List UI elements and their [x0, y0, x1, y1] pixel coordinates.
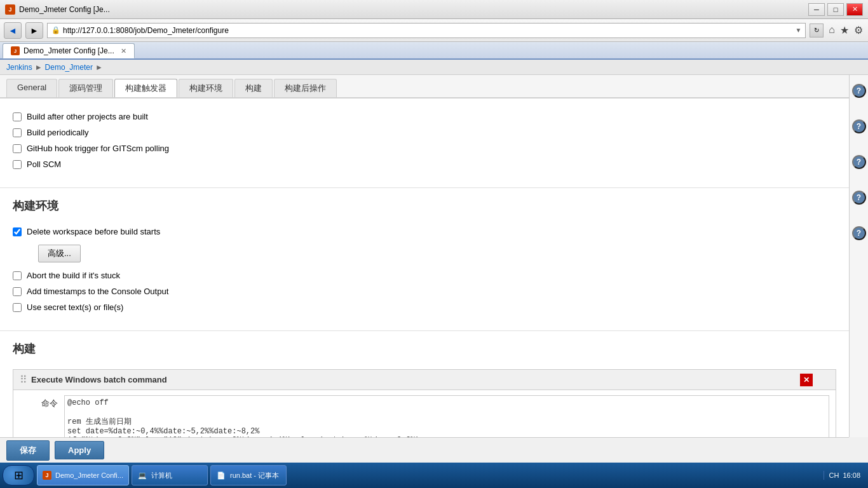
taskbar: ⊞ J Demo_Jmeter Confi... 💻 计算机 📄 run.bat… [0, 463, 868, 488]
trigger-checkbox-2[interactable] [13, 128, 22, 137]
close-button[interactable]: ✕ [846, 3, 863, 16]
env-checkbox-2[interactable] [13, 271, 22, 280]
taskbar-jenkins-icon: J [43, 471, 51, 480]
trigger-checkbox-4[interactable] [13, 160, 22, 169]
trigger-row-2: Build periodically [13, 125, 836, 140]
tab-build-trigger[interactable]: 构建触发器 [114, 79, 177, 97]
command-label: 命令 [20, 395, 58, 409]
help-sidebar: ? ? ? ? ? [849, 75, 868, 437]
build-env-header: 构建环境 [0, 187, 849, 220]
save-button[interactable]: 保存 [6, 440, 50, 461]
breadcrumb: Jenkins ► Demo_Jmeter ► [0, 60, 868, 75]
window-controls: ─ □ ✕ [808, 3, 863, 16]
env-row-3: Add timestamps to the Console Output [13, 283, 836, 299]
build-triggers-section: Build after other projects are built Bui… [0, 98, 849, 182]
home-icon[interactable]: ⌂ [827, 23, 836, 37]
command-area: 命令 [13, 390, 836, 437]
help-button-4[interactable]: ? [852, 191, 866, 205]
window-title: Demo_Jmeter Config [Je... [19, 5, 110, 14]
apply-button[interactable]: Apply [55, 441, 104, 459]
tab-post-build[interactable]: 构建后操作 [274, 79, 337, 97]
url-bar: 🔒 ▼ [47, 23, 806, 38]
taskbar-item-jenkins[interactable]: J Demo_Jmeter Confi... [37, 465, 129, 485]
forward-button[interactable]: ► [25, 22, 43, 39]
tab-favicon: J [11, 46, 20, 55]
tab-close-button[interactable]: ✕ [121, 47, 126, 55]
env-label-2: Abort the build if it's stuck [27, 271, 120, 280]
tab-label: Demo_Jmeter Config [Je... [24, 46, 114, 55]
env-label-1: Delete workspace before build starts [27, 227, 160, 236]
back-button[interactable]: ◄ [4, 22, 22, 39]
breadcrumb-sep-2: ► [95, 63, 103, 72]
trigger-label-2: Build periodically [27, 128, 89, 137]
env-checkbox-1[interactable] [13, 227, 22, 236]
command-textarea[interactable] [64, 395, 829, 437]
start-button[interactable]: ⊞ [3, 465, 34, 485]
tray-lang: CH [829, 471, 839, 479]
trigger-label-3: GitHub hook trigger for GITScm polling [27, 144, 169, 153]
window-favicon: J [5, 4, 15, 15]
taskbar-computer-icon: 💻 [137, 470, 147, 480]
env-checkbox-3[interactable] [13, 287, 22, 296]
taskbar-jenkins-label: Demo_Jmeter Confi... [55, 471, 123, 479]
trigger-row-3: GitHub hook trigger for GITScm polling [13, 140, 836, 156]
breadcrumb-sep-1: ► [35, 63, 43, 72]
tab-build-env[interactable]: 构建环境 [179, 79, 233, 97]
lock-icon: 🔒 [51, 26, 60, 34]
url-input[interactable] [63, 26, 795, 35]
tab-general[interactable]: General [6, 79, 57, 97]
env-row-2: Abort the build if it's stuck [13, 268, 836, 283]
taskbar-computer-label: 计算机 [151, 471, 172, 480]
browser-tab-active[interactable]: J Demo_Jmeter Config [Je... ✕ [3, 43, 135, 58]
minimize-button[interactable]: ─ [808, 3, 825, 16]
address-bar: ◄ ► 🔒 ▼ ↻ ⌂ ★ ⚙ [0, 19, 868, 42]
url-dropdown-icon[interactable]: ▼ [795, 27, 801, 34]
drag-handle-icon[interactable]: ⠿ [20, 374, 27, 386]
breadcrumb-demo-jmeter[interactable]: Demo_Jmeter [45, 63, 93, 72]
trigger-checkbox-1[interactable] [13, 112, 22, 121]
env-label-4: Use secret text(s) or file(s) [27, 302, 123, 312]
taskbar-item-computer[interactable]: 💻 计算机 [132, 465, 208, 485]
config-tabs: General 源码管理 构建触发器 构建环境 构建 构建后操作 [0, 75, 849, 98]
env-row-4: Use secret text(s) or file(s) [13, 299, 836, 315]
search-refresh: ↻ [810, 24, 824, 37]
command-section-title: Execute Windows batch command [31, 375, 167, 384]
tray-clock: 16:08 [843, 471, 860, 480]
bottom-buttons: 保存 Apply [0, 437, 849, 463]
refresh-button[interactable]: ↻ [810, 24, 824, 37]
taskbar-notepad-icon: 📄 [216, 470, 226, 480]
windows-icon: ⊞ [14, 468, 24, 482]
help-button-2[interactable]: ? [852, 119, 866, 133]
env-checkbox-4[interactable] [13, 303, 22, 312]
tab-bar: J Demo_Jmeter Config [Je... ✕ [0, 42, 868, 60]
build-env-section: Delete workspace before build starts 高级.… [0, 220, 849, 325]
tools-icon[interactable]: ⚙ [853, 23, 864, 37]
tab-build[interactable]: 构建 [234, 79, 273, 97]
command-section-header: ⠿ Execute Windows batch command [13, 370, 836, 390]
maximize-button[interactable]: □ [827, 3, 844, 16]
trigger-row-4: Poll SCM [13, 156, 836, 172]
toolbar-right: ⌂ ★ ⚙ [827, 23, 864, 37]
taskbar-item-notepad[interactable]: 📄 run.bat - 记事本 [210, 465, 287, 485]
favorites-icon[interactable]: ★ [839, 23, 850, 37]
help-button-1[interactable]: ? [852, 84, 866, 98]
command-box: ✕ ⠿ Execute Windows batch command 命令 [13, 369, 836, 437]
taskbar-tray: CH 16:08 [824, 471, 865, 480]
help-button-3[interactable]: ? [852, 155, 866, 169]
trigger-label-1: Build after other projects are built [27, 112, 148, 121]
advanced-button[interactable]: 高级... [38, 245, 81, 262]
main-content-area: General 源码管理 构建触发器 构建环境 构建 构建后操作 Build a… [0, 75, 849, 437]
tab-yuanma[interactable]: 源码管理 [58, 79, 113, 97]
env-label-3: Add timestamps to the Console Output [27, 287, 168, 296]
trigger-checkbox-3[interactable] [13, 144, 22, 153]
taskbar-notepad-label: run.bat - 记事本 [230, 471, 279, 480]
trigger-row-1: Build after other projects are built [13, 109, 836, 125]
delete-command-button[interactable]: ✕ [800, 374, 813, 386]
window-chrome: J Demo_Jmeter Config [Je... ─ □ ✕ [0, 0, 868, 19]
help-button-5[interactable]: ? [852, 226, 866, 240]
build-section-header: 构建 [0, 330, 849, 363]
trigger-label-4: Poll SCM [27, 159, 61, 169]
breadcrumb-jenkins[interactable]: Jenkins [6, 63, 32, 72]
env-row-1: Delete workspace before build starts [13, 224, 836, 240]
